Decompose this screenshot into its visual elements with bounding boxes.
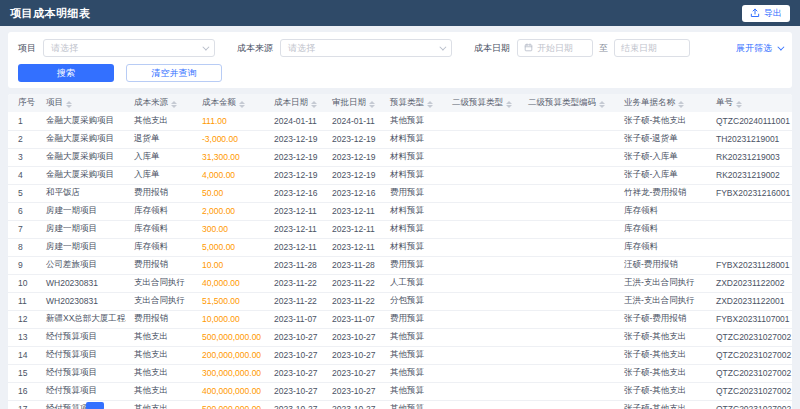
table-row[interactable]: 17经付预算项目其他支出500,000,000.002023-10-272023… [8,400,792,409]
cell-project: 房建一期项目 [38,202,126,220]
cell-source: 其他支出 [126,112,194,130]
cell-cost_date: 2023-10-27 [266,382,324,400]
cell-doc_name: 张子硕-其他支出 [616,364,708,382]
cell-cost_date: 2023-11-07 [266,310,324,328]
date-separator: 至 [599,42,608,55]
cell-amount: -3,000.00 [194,130,266,148]
cell-project: WH20230831 [38,274,126,292]
project-filter: 项目 请选择 [18,39,215,57]
column-label: 业务单据名称 [624,97,675,107]
column-header-project[interactable]: 项目 [38,94,126,112]
cell-doc_no: ZXD20231122001 [708,292,792,310]
cell-project: 金融大厦采购项目 [38,148,126,166]
end-date-input[interactable]: 结束日期 [614,39,690,57]
cell-amount: 50.00 [194,184,266,202]
table-row[interactable]: 1金融大厦采购项目其他支出111.002024-01-112024-01-11其… [8,112,792,130]
column-label: 二级预算类型 [452,97,503,107]
cell-doc_no: FYBX20231107001 [708,310,792,328]
cell-sub_budget_type [444,256,520,274]
column-header-source[interactable]: 成本来源 [126,94,194,112]
cell-source: 入库单 [126,166,194,184]
column-header-doc_no[interactable]: 单号 [708,94,792,112]
cell-source: 库存领料 [126,202,194,220]
cell-source: 其他支出 [126,364,194,382]
column-header-cost_date[interactable]: 成本日期 [266,94,324,112]
cell-cost_date: 2023-10-27 [266,364,324,382]
column-header-sub_budget_type[interactable]: 二级预算类型 [444,94,520,112]
column-header-amount[interactable]: 成本金额 [194,94,266,112]
cell-source: 库存领料 [126,238,194,256]
search-button[interactable]: 搜索 [18,64,114,82]
sort-icon[interactable] [171,101,177,108]
column-label: 二级预算类型编码 [528,97,596,107]
cell-sub_budget_type [444,400,520,409]
cell-sub_budget_type [444,328,520,346]
export-button[interactable]: 导出 [742,5,790,22]
column-label: 序号 [18,97,35,107]
table-row[interactable]: 2金融大厦采购项目退货单-3,000.002023-12-192023-12-1… [8,130,792,148]
export-label: 导出 [764,7,782,20]
cell-doc_no [708,202,792,220]
cell-source: 支出合同执行 [126,274,194,292]
column-header-budget_type[interactable]: 预算类型 [382,94,444,112]
sort-icon[interactable] [599,101,605,108]
column-header-doc_name[interactable]: 业务单据名称 [616,94,708,112]
table-card: 序号项目成本来源成本金额成本日期审批日期预算类型二级预算类型二级预算类型编码业务… [8,94,792,409]
cell-sub_budget_type [444,382,520,400]
cell-doc_name: 汪硕-费用报销 [616,256,708,274]
cell-sub_budget_code [520,274,616,292]
cell-sub_budget_type [444,202,520,220]
source-select[interactable]: 请选择 [280,39,452,57]
cell-sub_budget_code [520,382,616,400]
sort-icon[interactable] [736,101,742,108]
table-row[interactable]: 6房建一期项目库存领料2,000.002023-12-112023-12-11材… [8,202,792,220]
sort-icon[interactable] [506,101,512,108]
page-title: 项目成本明细表 [10,6,91,21]
cell-doc_name: 库存领料 [616,238,708,256]
column-header-xh[interactable]: 序号 [8,94,38,112]
sort-icon[interactable] [427,101,433,108]
start-date-input[interactable]: 开始日期 [517,39,593,57]
table-row[interactable]: 16经付预算项目其他支出400,000,000.002023-10-272023… [8,382,792,400]
column-header-approval_date[interactable]: 审批日期 [324,94,382,112]
cell-budget_type: 材料预算 [382,238,444,256]
cell-cost_date: 2023-12-11 [266,202,324,220]
cell-xh: 7 [8,220,38,238]
cell-amount: 40,000.00 [194,274,266,292]
cell-doc_no: QTZC20231027002 [708,364,792,382]
cell-sub_budget_type [444,238,520,256]
table-row[interactable]: 14经付预算项目其他支出200,000,000.002023-10-272023… [8,346,792,364]
table-row[interactable]: 11WH20230831支出合同执行51,500.002023-11-22202… [8,292,792,310]
expand-filter-link[interactable]: 展开筛选 [736,42,782,55]
project-select[interactable]: 请选择 [43,39,215,57]
sort-icon[interactable] [66,101,72,108]
table-row[interactable]: 7房建一期项目库存领料300.002023-12-112023-12-11材料预… [8,220,792,238]
clear-query-button[interactable]: 清空并查询 [126,64,222,82]
sort-icon[interactable] [369,101,375,108]
table-row[interactable]: 8房建一期项目库存领料5,000.002023-12-112023-12-11材… [8,238,792,256]
table-row[interactable]: 13经付预算项目其他支出500,000,000.002023-10-272023… [8,328,792,346]
cell-approval_date: 2023-12-11 [324,238,382,256]
table-row[interactable]: 3金融大厦采购项目入库单31,300.002023-12-192023-12-1… [8,148,792,166]
cell-sub_budget_type [444,364,520,382]
cell-doc_no: FYBX20231216001 [708,184,792,202]
cell-amount: 10.00 [194,256,266,274]
cell-budget_type: 其他预算 [382,382,444,400]
table-row[interactable]: 12新疆XX总部大厦工程二期费用报销10,000.002023-11-07202… [8,310,792,328]
sort-icon[interactable] [239,101,245,108]
sort-icon[interactable] [678,101,684,108]
cell-amount: 10,000.00 [194,310,266,328]
table-row[interactable]: 9公司差旅项目费用报销10.002023-11-282023-11-28费用预算… [8,256,792,274]
cell-cost_date: 2023-10-27 [266,400,324,409]
sort-icon[interactable] [311,101,317,108]
table-row[interactable]: 10WH20230831支出合同执行40,000.002023-11-22202… [8,274,792,292]
table-row[interactable]: 5和平饭店费用报销50.002023-12-162023-12-16费用预算竹祥… [8,184,792,202]
cell-doc_name: 库存领料 [616,220,708,238]
table-row[interactable]: 4金融大厦采购项目入库单4,000.002023-12-192023-12-19… [8,166,792,184]
cell-sub_budget_code [520,220,616,238]
cell-budget_type: 材料预算 [382,220,444,238]
table-row[interactable]: 15经付预算项目其他支出300,000,000.002023-10-272023… [8,364,792,382]
cell-sub_budget_code [520,328,616,346]
column-header-sub_budget_code[interactable]: 二级预算类型编码 [520,94,616,112]
source-select-placeholder: 请选择 [288,42,315,55]
